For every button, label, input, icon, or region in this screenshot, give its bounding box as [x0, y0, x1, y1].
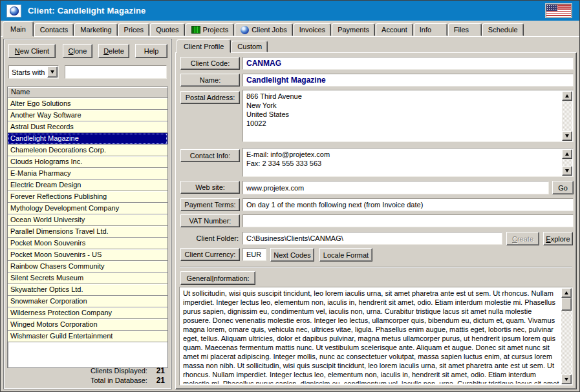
search-input[interactable] — [65, 65, 167, 79]
client-name: Astral Dust Records — [10, 123, 74, 130]
tab[interactable]: Info — [414, 23, 447, 36]
client-name: Parallel Dimensions Travel Ltd. — [10, 227, 109, 235]
profile-tab[interactable]: Custom — [231, 41, 268, 52]
tab[interactable]: Account — [376, 23, 413, 36]
client-name: Clouds Holograms Inc. — [10, 158, 82, 165]
contact-info-label-button[interactable]: Contact Info: — [180, 149, 240, 162]
go-button[interactable]: Go — [552, 181, 574, 194]
scroll-down-button[interactable] — [562, 131, 572, 141]
client-code-label-button[interactable]: Client Code: — [180, 57, 240, 70]
tab-icon — [241, 26, 249, 34]
general-information-text: Ut sollicitudin, wisi quis suscipit tinc… — [183, 289, 559, 384]
list-item[interactable]: Wilderness Protection Company — [8, 307, 167, 319]
client-currency-input[interactable] — [242, 248, 266, 261]
tab[interactable]: Marketing — [74, 23, 117, 36]
tab[interactable]: Main — [3, 21, 34, 37]
list-item[interactable]: Pocket Moon Souvenirs — [8, 238, 167, 249]
list-item[interactable]: Rainbow Chasers Community — [8, 261, 167, 273]
list-item[interactable]: Another Way Software — [8, 110, 167, 121]
scroll-up-button[interactable] — [561, 288, 572, 298]
list-item[interactable]: Astral Dust Records — [8, 121, 167, 133]
list-item[interactable]: Winged Motors Corporation — [8, 319, 167, 331]
create-folder-button[interactable]: Create — [506, 232, 539, 245]
list-item[interactable]: Skywatcher Optics Ltd. — [8, 284, 167, 296]
new-client-button[interactable]: New Client — [8, 44, 56, 58]
name-field[interactable]: Candlelight Magazine — [242, 74, 574, 87]
client-currency-label-button[interactable]: Client Currency: — [180, 248, 240, 261]
client-name: Wishmaster Guild Entertainment — [10, 332, 113, 340]
tab-icon — [191, 26, 200, 34]
scrollbar[interactable] — [562, 149, 572, 176]
profile-tab[interactable]: Client Profile — [177, 39, 231, 53]
list-item[interactable]: Forever Reflections Publishing — [8, 191, 167, 203]
arrow-up-icon — [564, 291, 568, 294]
vat-number-label-button[interactable]: VAT Number: — [180, 214, 240, 227]
client-list-panel: New Client Clone Delete Help Starts with… — [3, 39, 172, 389]
tab[interactable]: Payments — [332, 23, 375, 36]
tab[interactable]: Quotes — [150, 23, 184, 36]
client-name: Forever Reflections Publishing — [10, 192, 107, 200]
payment-terms-input[interactable] — [242, 198, 574, 211]
list-item[interactable]: Parallel Dimensions Travel Ltd. — [8, 226, 167, 238]
tab[interactable]: Schedule — [482, 23, 524, 36]
us-flag-icon[interactable] — [546, 4, 572, 17]
title-bar: Client: Candlelight Magazine — [1, 1, 579, 21]
list-item[interactable]: Snowmaker Corporation — [8, 296, 167, 307]
list-item[interactable]: Clouds Holograms Inc. — [8, 156, 167, 168]
postal-address-field[interactable]: 866 Third Avenue New York United States … — [242, 90, 574, 142]
list-item[interactable]: Silent Secrets Museum — [8, 273, 167, 284]
postal-address-label-button[interactable]: Postal Address: — [180, 91, 240, 104]
contact-info-field[interactable]: E-mail: info@projetex.com Fax: 2 334 555… — [242, 148, 574, 177]
list-item[interactable]: Wishmaster Guild Entertainment — [8, 331, 167, 342]
scroll-up-button[interactable] — [562, 149, 572, 159]
web-site-label-button[interactable]: Web site: — [180, 181, 240, 194]
dropdown-arrow-button[interactable] — [47, 67, 58, 77]
client-name: Snowmaker Corporation — [10, 297, 87, 305]
scrollbar[interactable] — [561, 288, 572, 384]
general-information-label-button[interactable]: General Information: — [180, 271, 255, 285]
tab[interactable]: Invoices — [294, 23, 331, 36]
tab[interactable]: Client Jobs — [235, 23, 292, 36]
scroll-down-button[interactable] — [561, 375, 572, 384]
scrollbar-thumb[interactable] — [561, 298, 572, 311]
vat-number-input[interactable] — [242, 214, 574, 227]
general-information-field[interactable]: Ut sollicitudin, wisi quis suscipit tinc… — [179, 287, 573, 386]
clone-button[interactable]: Clone — [63, 44, 92, 58]
payment-terms-label-button[interactable]: Payment Terms: — [180, 198, 240, 211]
name-label-button[interactable]: Name: — [180, 74, 240, 87]
tab-label: Account — [381, 26, 407, 34]
list-item[interactable]: Pocket Moon Souvenirs - US — [8, 249, 167, 261]
tab[interactable]: Projects — [186, 23, 235, 36]
tab[interactable]: Prices — [118, 23, 150, 36]
client-name: Candlelight Magazine — [10, 134, 79, 142]
search-row: Starts with — [8, 65, 167, 79]
scroll-up-button[interactable] — [562, 91, 572, 101]
help-button[interactable]: Help — [135, 44, 167, 58]
list-item[interactable]: Electric Dream Design — [8, 180, 167, 191]
locale-format-button[interactable]: Locale Format — [319, 248, 372, 262]
list-item[interactable]: Mythology Development Company — [8, 203, 167, 214]
scrollbar[interactable] — [562, 91, 572, 141]
filter-mode-dropdown[interactable]: Starts with — [8, 65, 59, 79]
client-folder-input[interactable] — [242, 232, 502, 245]
scroll-down-button[interactable] — [562, 166, 572, 176]
chevron-down-icon — [50, 70, 54, 74]
arrow-down-icon — [565, 169, 569, 172]
tab[interactable]: Files — [448, 23, 482, 36]
main-tab-bar: Main Contacts Marketing Prices Quotes — [1, 21, 579, 36]
tab-label: Quotes — [156, 26, 178, 34]
next-codes-button[interactable]: Next Codes — [270, 248, 314, 262]
list-item[interactable]: Alter Ego Solutions — [8, 98, 167, 110]
list-item[interactable]: Ocean World University — [8, 214, 167, 226]
tab-label: Marketing — [80, 26, 111, 34]
clients-displayed-label: Clients Displayed: — [91, 367, 147, 375]
tab[interactable]: Contacts — [34, 23, 74, 36]
list-item[interactable]: Candlelight Magazine — [8, 133, 167, 145]
list-item[interactable]: Chameleon Decorations Corp. — [8, 145, 167, 156]
list-header-name[interactable]: Name — [8, 87, 167, 98]
web-site-input[interactable] — [242, 181, 549, 194]
list-item[interactable]: E-Mania Pharmacy — [8, 168, 167, 180]
client-code-field[interactable]: CANMAG — [242, 57, 574, 70]
delete-button[interactable]: Delete — [98, 44, 129, 58]
explore-folder-button[interactable]: Explore — [543, 232, 573, 245]
